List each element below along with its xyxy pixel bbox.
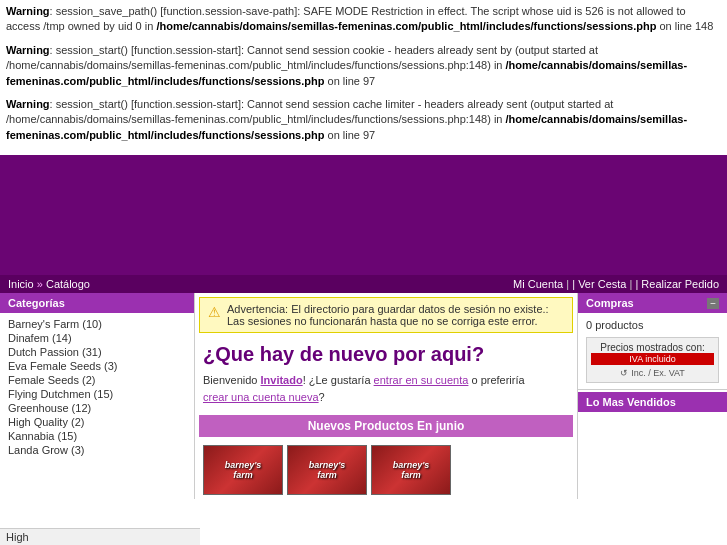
sidebar-greenhouse[interactable]: Greenhouse (12) (8, 402, 91, 414)
nav-left: Inicio » Catálogo (8, 278, 90, 290)
product-thumb-2[interactable]: barney's farm (287, 445, 367, 495)
sidebar-female-seeds[interactable]: Female Seeds (2) (8, 374, 95, 386)
product-thumb-3[interactable]: barney's farm (371, 445, 451, 495)
login-link[interactable]: entrar en su cuenta (374, 374, 469, 386)
warning-label-1: Warning (6, 5, 50, 17)
prices-label: Precios mostrados con: (591, 342, 714, 353)
left-sidebar: Categorías Barney's Farm (10) Dinafem (1… (0, 293, 195, 499)
welcome-suffix: ? (319, 391, 325, 403)
warning-line-2: on line 97 (324, 75, 375, 87)
main-layout: Categorías Barney's Farm (10) Dinafem (1… (0, 293, 727, 499)
sidebar-list: Barney's Farm (10) Dinafem (14) Dutch Pa… (0, 313, 194, 461)
product-logo-3: barney's farm (372, 446, 450, 494)
product-logo-2: barney's farm (288, 446, 366, 494)
compras-content: 0 productos Precios mostrados con: IVA i… (578, 313, 727, 390)
welcome-or: o preferiría (468, 374, 524, 386)
list-item[interactable]: Dinafem (14) (8, 331, 186, 345)
nav-realizar-pedido[interactable]: | Realizar Pedido (630, 278, 720, 290)
compras-title: Compras (586, 297, 634, 309)
list-item[interactable]: Flying Dutchmen (15) (8, 387, 186, 401)
warning-line-3: on line 97 (324, 129, 375, 141)
product-logo-1: barney's farm (204, 446, 282, 494)
warning-label-3: Warning (6, 98, 50, 110)
nav-ver-cesta[interactable]: | Ver Cesta (566, 278, 626, 290)
welcome-middle: ! ¿Le gustaría (303, 374, 374, 386)
sidebar-high-quality[interactable]: High Quality (2) (8, 416, 84, 428)
list-item[interactable]: Greenhouse (12) (8, 401, 186, 415)
warning-label-2: Warning (6, 44, 50, 56)
products-row: barney's farm barney's farm barney's far… (195, 441, 577, 499)
price-info: Precios mostrados con: IVA incluido ↺ In… (586, 337, 719, 383)
guest-link[interactable]: Invitado (261, 374, 303, 386)
sidebar-kannabia[interactable]: Kannabia (15) (8, 430, 77, 442)
collapse-button[interactable]: − (707, 298, 719, 309)
list-item[interactable]: High Quality (2) (8, 415, 186, 429)
center-content: ⚠ Advertencia: El directorio para guarda… (195, 293, 577, 499)
list-item[interactable]: Barney's Farm (10) (8, 317, 186, 331)
sidebar-header: Categorías (0, 293, 194, 313)
sidebar-landa-grow[interactable]: Landa Grow (3) (8, 444, 84, 456)
welcome-text: Bienvenido Invitado! ¿Le gustaría entrar… (195, 370, 577, 411)
vat-toggle[interactable]: ↺ Inc. / Ex. VAT (591, 368, 714, 378)
nav-mi-cuenta[interactable]: Mi Cuenta (513, 278, 563, 290)
nav-bar: Inicio » Catálogo Mi Cuenta | Ver Cesta … (0, 275, 727, 293)
sidebar-dinafem[interactable]: Dinafem (14) (8, 332, 72, 344)
register-link[interactable]: crear una cuenta nueva (203, 391, 319, 403)
nav-separator: » (37, 278, 46, 290)
list-item[interactable]: Kannabia (15) (8, 429, 186, 443)
warning-icon: ⚠ (208, 304, 221, 320)
sidebar-flying-dutchmen[interactable]: Flying Dutchmen (15) (8, 388, 113, 400)
welcome-prefix: Bienvenido (203, 374, 261, 386)
warning-2: Warning: session_start() [function.sessi… (6, 43, 721, 89)
iva-label: IVA incluido (591, 353, 714, 365)
list-item[interactable]: Landa Grow (3) (8, 443, 186, 457)
list-item[interactable]: Female Seeds (2) (8, 373, 186, 387)
mas-vendidos-header: Lo Mas Vendidos (578, 392, 727, 412)
warning-1: Warning: session_save_path() [function.s… (6, 4, 721, 35)
warning-3: Warning: session_start() [function.sessi… (6, 97, 721, 143)
nav-inicio[interactable]: Inicio (8, 278, 34, 290)
nav-catalogo[interactable]: Catálogo (46, 278, 90, 290)
banner-image (0, 155, 727, 275)
sidebar-barneys-farm[interactable]: Barney's Farm (10) (8, 318, 102, 330)
new-products-header: Nuevos Productos En junio (199, 415, 573, 437)
products-count: 0 productos (586, 319, 719, 331)
nav-right: Mi Cuenta | Ver Cesta | Realizar Pedido (513, 278, 719, 290)
compras-header: Compras − (578, 293, 727, 313)
warning-path-1: /home/cannabis/domains/semillas-femenina… (156, 20, 656, 32)
sidebar-dutch-passion[interactable]: Dutch Passion (31) (8, 346, 102, 358)
sidebar-eva-female-seeds[interactable]: Eva Female Seeds (3) (8, 360, 117, 372)
notice-text: Advertencia: El directorio para guardar … (227, 303, 564, 327)
list-item[interactable]: Dutch Passion (31) (8, 345, 186, 359)
warning-line-1: on line 148 (656, 20, 713, 32)
list-item[interactable]: Eva Female Seeds (3) (8, 359, 186, 373)
right-sidebar: Compras − 0 productos Precios mostrados … (577, 293, 727, 499)
refresh-icon: ↺ (620, 368, 628, 378)
warnings-section: Warning: session_save_path() [function.s… (0, 0, 727, 155)
product-thumb-1[interactable]: barney's farm (203, 445, 283, 495)
vat-toggle-label: Inc. / Ex. VAT (631, 368, 685, 378)
notice-box: ⚠ Advertencia: El directorio para guarda… (199, 297, 573, 333)
main-title: ¿Que hay de nuevo por aqui? (195, 337, 577, 370)
